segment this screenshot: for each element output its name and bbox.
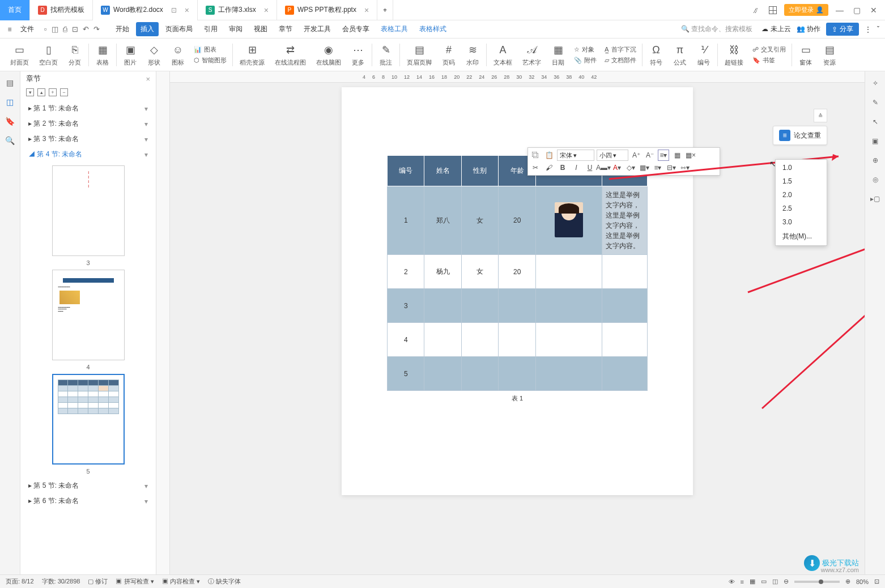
page-number-button[interactable]: #页码 [437, 41, 460, 69]
target-icon[interactable]: ◎ [870, 174, 880, 185]
align-icon[interactable]: ≡▾ [652, 162, 663, 173]
table-button[interactable]: ▦表格 [91, 41, 114, 69]
menu-burger-icon[interactable]: ≡ [5, 24, 15, 35]
view-print-icon[interactable]: ▭ [761, 578, 767, 585]
tab-home[interactable]: 首页 [0, 0, 30, 20]
collapse-pane-icon[interactable]: ≙ [814, 109, 827, 122]
thumb-5[interactable] [52, 374, 125, 465]
search-commands[interactable]: 🔍 查找命令、搜索模板 [678, 23, 756, 36]
more-button[interactable]: ⋯更多 [347, 41, 369, 69]
redo-icon[interactable]: ↷ [93, 25, 100, 33]
attachment-button[interactable]: 📎 附件 [574, 56, 597, 65]
autofit-icon[interactable]: ⇿▾ [679, 162, 691, 173]
view-web-icon[interactable]: ▦ [750, 578, 755, 585]
symbol-button[interactable]: Ω符号 [645, 41, 667, 69]
merge-icon[interactable]: ⊟▾ [666, 162, 677, 173]
tab-view[interactable]: 视图 [249, 22, 272, 36]
form-button[interactable]: ▭窗体 [794, 41, 817, 69]
zoom-in-icon[interactable]: ⊕ [845, 578, 850, 585]
tab-xlsx[interactable]: S工作簿3.xlsx× [198, 0, 277, 20]
file-menu[interactable]: 文件 [16, 24, 39, 34]
cover-page-button[interactable]: ▭封面页 [6, 41, 33, 69]
layout-icon[interactable]: ⫽ [750, 5, 761, 16]
history-icon[interactable]: ⊕ [870, 155, 880, 165]
collab-button[interactable]: 👥 协作 [797, 24, 820, 34]
outline-icon[interactable]: ▤ [5, 77, 16, 88]
nav-tb-1[interactable]: ▾ [26, 88, 34, 96]
tab-templates[interactable]: D找稻壳模板 [30, 0, 93, 20]
icon-button[interactable]: ☺图标 [167, 41, 189, 69]
missing-font-status[interactable]: ⓘ 缺失字体 [208, 577, 241, 586]
line-spacing-icon[interactable]: ≡▾ [658, 150, 669, 161]
minimize-icon[interactable]: — [834, 5, 845, 16]
italic-icon[interactable]: I [571, 162, 582, 173]
view-fullwidth-icon[interactable]: ◫ [772, 578, 778, 585]
section-2[interactable]: ▸ 第 2 节: 未命名▾ [20, 116, 156, 131]
revision-toggle[interactable]: ▢ 修订 [88, 577, 108, 586]
share-button[interactable]: ⇪ 分享 [826, 23, 859, 36]
textbox-button[interactable]: A文本框 [489, 41, 517, 69]
shading-icon[interactable]: ◇▾ [625, 162, 636, 173]
login-button[interactable]: 立即登录👤 [784, 4, 828, 16]
online-flowchart-button[interactable]: ⇄在线流程图 [270, 41, 310, 69]
tab-review[interactable]: 审阅 [224, 22, 247, 36]
highlight-icon[interactable]: A▬▾ [598, 162, 609, 173]
cloud-status[interactable]: ☁ 未上云 [761, 24, 790, 34]
docparts-button[interactable]: ▱ 文档部件 [605, 56, 636, 65]
preview-icon[interactable]: ⊡ [72, 25, 78, 33]
nav-tb-3[interactable]: + [49, 88, 57, 96]
thumb-3[interactable]: ┃┃┃┃ [52, 165, 125, 256]
tab-insert[interactable]: 插入 [136, 22, 159, 36]
tab-dev[interactable]: 开发工具 [299, 22, 335, 36]
delete-table-icon[interactable]: ▦× [685, 150, 696, 161]
chart-button[interactable]: 📊 图表 [194, 45, 227, 54]
hyperlink-button[interactable]: ⛓超链接 [720, 41, 748, 69]
tab-add[interactable]: + [377, 0, 393, 20]
tab-references[interactable]: 引用 [199, 22, 222, 36]
smart-graphic-button[interactable]: ⬡ 智能图形 [194, 56, 227, 65]
close-window-icon[interactable]: ✕ [868, 5, 879, 16]
tab-chapter[interactable]: 章节 [274, 22, 297, 36]
section-6[interactable]: ▸ 第 6 节: 未命名▾ [20, 493, 156, 509]
table-row[interactable]: 2杨九女20 [388, 255, 648, 289]
tab-start[interactable]: 开始 [111, 22, 134, 36]
font-size-select[interactable]: 小四 ▾ [597, 150, 628, 161]
table-row[interactable]: 5 [388, 357, 648, 391]
paper-check-button[interactable]: ≡论文查重 [773, 126, 827, 145]
section-3[interactable]: ▸ 第 3 节: 未命名▾ [20, 131, 156, 147]
spacing-2.0[interactable]: 2.0 [776, 188, 827, 202]
comment-button[interactable]: ✎批注 [375, 41, 397, 69]
print-icon[interactable]: ⎙ [63, 25, 67, 33]
page-indicator[interactable]: 页面: 8/12 [6, 577, 34, 586]
word-count[interactable]: 字数: 30/2898 [42, 577, 80, 586]
decrease-font-icon[interactable]: A⁻ [644, 150, 656, 161]
underline-icon[interactable]: U [584, 162, 595, 173]
close-icon[interactable]: × [364, 6, 369, 15]
bookmark-pane-icon[interactable]: 🔖 [5, 116, 16, 127]
wordart-button[interactable]: 𝒜艺术字 [518, 41, 546, 69]
table-row[interactable]: 4 [388, 323, 648, 357]
bold-icon[interactable]: B [557, 162, 568, 173]
maximize-icon[interactable]: ▢ [851, 5, 862, 16]
shape-button[interactable]: ◇形状 [143, 41, 165, 69]
zoom-level[interactable]: 80% [856, 578, 869, 585]
fit-icon[interactable]: ⊡ [874, 578, 879, 585]
increase-font-icon[interactable]: A⁺ [631, 150, 642, 161]
spacing-other[interactable]: 其他(M)... [776, 229, 827, 244]
dropcap-button[interactable]: A̲ 首字下沉 [605, 45, 636, 54]
paste-icon[interactable]: 📋 [543, 150, 555, 161]
app-grid-icon[interactable] [767, 5, 778, 16]
numbering-button[interactable]: ⅟编号 [692, 41, 715, 69]
copy-icon[interactable]: ⿻ [530, 150, 541, 161]
select-icon[interactable]: ↖ [870, 117, 880, 127]
nav-close-icon[interactable]: × [146, 75, 150, 83]
tab-table-style[interactable]: 表格样式 [415, 22, 451, 36]
present-icon[interactable]: ▸▢ [870, 194, 880, 204]
spacing-3.0[interactable]: 3.0 [776, 215, 827, 229]
table-row[interactable]: 3 [388, 289, 648, 323]
borders-icon[interactable]: ▦▾ [639, 162, 650, 173]
thumb-4[interactable]: ▬▬▬▬▬▬▬▬▬▬▬▬▬▬▬▬▬▬▬▬▬▬ [52, 270, 125, 360]
font-color-icon[interactable]: A▾ [611, 162, 623, 173]
bookmark-button[interactable]: 🔖 书签 [752, 56, 786, 65]
picture-button[interactable]: ▣图片 [119, 41, 142, 69]
